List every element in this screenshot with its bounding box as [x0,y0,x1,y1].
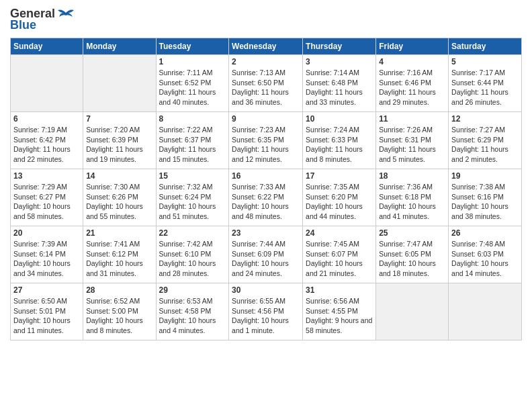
day-of-week-header: Tuesday [156,38,229,55]
day-info: Sunrise: 6:50 AMSunset: 5:01 PMDaylight:… [13,296,80,336]
page-header: General Blue [10,7,522,32]
day-info: Sunrise: 7:13 AMSunset: 6:50 PMDaylight:… [232,68,300,107]
day-info: Sunrise: 7:44 AMSunset: 6:09 PMDaylight:… [232,239,300,279]
day-info: Sunrise: 7:38 AMSunset: 6:16 PMDaylight:… [451,182,519,222]
day-number: 3 [306,57,373,66]
calendar-cell: 31Sunrise: 6:56 AMSunset: 4:55 PMDayligh… [303,283,376,340]
calendar-cell: 17Sunrise: 7:35 AMSunset: 6:20 PMDayligh… [303,169,376,226]
calendar-cell: 1Sunrise: 7:11 AMSunset: 6:52 PMDaylight… [156,55,229,112]
day-number: 2 [232,57,300,66]
day-of-week-header: Friday [376,38,449,55]
calendar-cell: 26Sunrise: 7:48 AMSunset: 6:03 PMDayligh… [449,226,522,283]
day-info: Sunrise: 7:24 AMSunset: 6:33 PMDaylight:… [306,125,373,165]
calendar-cell: 29Sunrise: 6:53 AMSunset: 4:58 PMDayligh… [156,283,229,340]
day-info: Sunrise: 7:42 AMSunset: 6:10 PMDaylight:… [159,239,226,279]
day-info: Sunrise: 6:55 AMSunset: 4:56 PMDaylight:… [232,296,300,336]
day-info: Sunrise: 7:41 AMSunset: 6:12 PMDaylight:… [86,239,152,279]
calendar-cell: 24Sunrise: 7:45 AMSunset: 6:07 PMDayligh… [303,226,376,283]
calendar-cell: 12Sunrise: 7:27 AMSunset: 6:29 PMDayligh… [449,112,522,169]
day-number: 9 [232,114,300,124]
calendar-cell [11,55,83,112]
calendar-cell: 8Sunrise: 7:22 AMSunset: 6:37 PMDaylight… [156,112,229,169]
day-number: 15 [159,171,226,181]
calendar-cell: 11Sunrise: 7:26 AMSunset: 6:31 PMDayligh… [376,112,449,169]
day-info: Sunrise: 7:11 AMSunset: 6:52 PMDaylight:… [159,68,226,107]
day-info: Sunrise: 7:48 AMSunset: 6:03 PMDaylight:… [451,239,519,279]
day-number: 16 [232,171,300,181]
day-number: 1 [159,57,226,66]
day-info: Sunrise: 7:36 AMSunset: 6:18 PMDaylight:… [379,182,445,222]
day-info: Sunrise: 7:27 AMSunset: 6:29 PMDaylight:… [451,125,519,165]
day-number: 6 [13,114,80,124]
day-number: 5 [451,57,519,66]
calendar-cell: 18Sunrise: 7:36 AMSunset: 6:18 PMDayligh… [376,169,449,226]
day-info: Sunrise: 6:53 AMSunset: 4:58 PMDaylight:… [159,296,226,336]
day-info: Sunrise: 7:22 AMSunset: 6:37 PMDaylight:… [159,125,226,165]
day-of-week-header: Saturday [449,38,522,55]
calendar-cell: 28Sunrise: 6:52 AMSunset: 5:00 PMDayligh… [83,283,156,340]
calendar-week-row: 1Sunrise: 7:11 AMSunset: 6:52 PMDaylight… [11,55,522,112]
calendar-cell: 25Sunrise: 7:47 AMSunset: 6:05 PMDayligh… [376,226,449,283]
day-number: 14 [86,171,152,181]
calendar-week-row: 27Sunrise: 6:50 AMSunset: 5:01 PMDayligh… [11,283,522,340]
day-number: 22 [159,228,226,238]
day-info: Sunrise: 7:17 AMSunset: 6:44 PMDaylight:… [451,68,519,107]
calendar-cell: 20Sunrise: 7:39 AMSunset: 6:14 PMDayligh… [11,226,83,283]
day-number: 13 [13,171,80,181]
day-info: Sunrise: 7:39 AMSunset: 6:14 PMDaylight:… [13,239,80,279]
day-number: 4 [379,57,445,66]
day-info: Sunrise: 7:33 AMSunset: 6:22 PMDaylight:… [232,182,300,222]
calendar-cell: 6Sunrise: 7:19 AMSunset: 6:42 PMDaylight… [11,112,83,169]
day-number: 30 [232,285,300,295]
calendar-week-row: 6Sunrise: 7:19 AMSunset: 6:42 PMDaylight… [11,112,522,169]
day-of-week-header: Sunday [11,38,83,55]
calendar-week-row: 13Sunrise: 7:29 AMSunset: 6:27 PMDayligh… [11,169,522,226]
calendar-cell: 16Sunrise: 7:33 AMSunset: 6:22 PMDayligh… [229,169,303,226]
day-number: 25 [379,228,445,238]
day-number: 27 [13,285,80,295]
calendar-week-row: 20Sunrise: 7:39 AMSunset: 6:14 PMDayligh… [11,226,522,283]
day-info: Sunrise: 7:16 AMSunset: 6:46 PMDaylight:… [379,68,445,107]
calendar-cell: 21Sunrise: 7:41 AMSunset: 6:12 PMDayligh… [83,226,156,283]
calendar-cell: 27Sunrise: 6:50 AMSunset: 5:01 PMDayligh… [11,283,83,340]
calendar-cell: 14Sunrise: 7:30 AMSunset: 6:26 PMDayligh… [83,169,156,226]
calendar-cell [449,283,522,340]
calendar-header-row: SundayMondayTuesdayWednesdayThursdayFrid… [11,38,522,55]
day-info: Sunrise: 7:30 AMSunset: 6:26 PMDaylight:… [86,182,152,222]
day-info: Sunrise: 7:19 AMSunset: 6:42 PMDaylight:… [13,125,80,165]
day-info: Sunrise: 7:23 AMSunset: 6:35 PMDaylight:… [232,125,300,165]
calendar-cell: 19Sunrise: 7:38 AMSunset: 6:16 PMDayligh… [449,169,522,226]
calendar-cell: 10Sunrise: 7:24 AMSunset: 6:33 PMDayligh… [303,112,376,169]
day-number: 29 [159,285,226,295]
day-info: Sunrise: 6:56 AMSunset: 4:55 PMDaylight:… [306,296,373,336]
day-info: Sunrise: 6:52 AMSunset: 5:00 PMDaylight:… [86,296,152,336]
calendar-cell: 13Sunrise: 7:29 AMSunset: 6:27 PMDayligh… [11,169,83,226]
calendar-cell: 9Sunrise: 7:23 AMSunset: 6:35 PMDaylight… [229,112,303,169]
day-of-week-header: Monday [83,38,156,55]
day-number: 24 [306,228,373,238]
calendar-cell: 5Sunrise: 7:17 AMSunset: 6:44 PMDaylight… [449,55,522,112]
day-info: Sunrise: 7:14 AMSunset: 6:48 PMDaylight:… [306,68,373,107]
day-of-week-header: Thursday [303,38,376,55]
calendar-cell: 3Sunrise: 7:14 AMSunset: 6:48 PMDaylight… [303,55,376,112]
day-info: Sunrise: 7:47 AMSunset: 6:05 PMDaylight:… [379,239,445,279]
day-number: 8 [159,114,226,124]
day-number: 12 [451,114,519,124]
calendar-cell [83,55,156,112]
day-number: 28 [86,285,152,295]
calendar-cell: 23Sunrise: 7:44 AMSunset: 6:09 PMDayligh… [229,226,303,283]
day-number: 7 [86,114,152,124]
day-info: Sunrise: 7:29 AMSunset: 6:27 PMDaylight:… [13,182,80,222]
day-info: Sunrise: 7:35 AMSunset: 6:20 PMDaylight:… [306,182,373,222]
day-info: Sunrise: 7:45 AMSunset: 6:07 PMDaylight:… [306,239,373,279]
day-number: 21 [86,228,152,238]
day-number: 11 [379,114,445,124]
calendar-cell [376,283,449,340]
day-number: 31 [306,285,373,295]
calendar-table: SundayMondayTuesdayWednesdayThursdayFrid… [10,38,522,340]
logo-bird-icon [56,7,75,21]
day-number: 23 [232,228,300,238]
day-number: 18 [379,171,445,181]
calendar-cell: 2Sunrise: 7:13 AMSunset: 6:50 PMDaylight… [229,55,303,112]
calendar-cell: 7Sunrise: 7:20 AMSunset: 6:39 PMDaylight… [83,112,156,169]
